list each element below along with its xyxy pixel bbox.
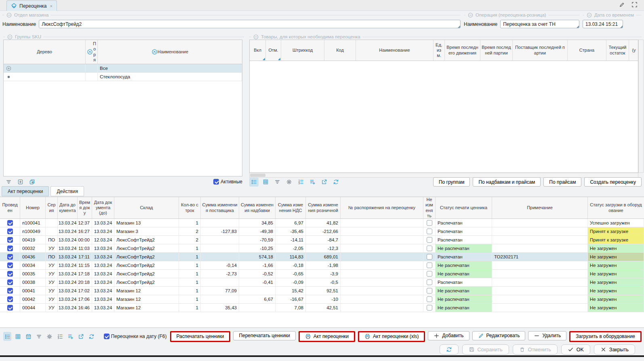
- date-filter-checkbox[interactable]: [104, 334, 109, 339]
- column-header-acts[interactable]: Статус загрузки в оборудование: [588, 197, 644, 218]
- column-header-acts[interactable]: Дата документа: [58, 197, 78, 218]
- acts-table-row[interactable]: 00032УУ13.03.2411:0313.03.24ЛюксСофтТрей…: [0, 244, 644, 253]
- sku-tree-row[interactable]: Все: [4, 64, 242, 73]
- acts-table-row[interactable]: 00041УУ13.03.2417:0213.03.24Магазин 1217…: [0, 287, 644, 295]
- collapse-icon[interactable]: [6, 12, 12, 18]
- acts-button[interactable]: Акт переоценки: [299, 331, 355, 342]
- no-change-checkbox[interactable]: [427, 237, 432, 243]
- cancel-button[interactable]: Отменить: [513, 344, 558, 355]
- revaluation-date-checkbox[interactable]: Переоценки на дату (F6): [104, 334, 167, 339]
- acts-button[interactable]: Редактировать: [472, 331, 526, 340]
- no-change-checkbox[interactable]: [427, 271, 432, 277]
- acts-button[interactable]: Удалить: [528, 331, 566, 340]
- acts-table-row[interactable]: 00034УУ13.03.2411:1513.03.24ЛюксСофтТрей…: [0, 261, 644, 270]
- refresh-button[interactable]: [440, 344, 459, 355]
- column-header-products[interactable]: (у: [629, 40, 639, 61]
- row-done-checkbox[interactable]: [7, 262, 13, 268]
- column-header-sku-tree[interactable]: Дерево: [4, 40, 86, 64]
- datetime-input[interactable]: 13.03.24 15:21: [583, 20, 623, 28]
- column-header-products[interactable]: Страна: [568, 40, 606, 61]
- column-header-products[interactable]: Текущий остаток: [606, 40, 629, 61]
- products-action-button[interactable]: Создать переоценку: [584, 177, 642, 187]
- column-header-acts[interactable]: Склад: [114, 197, 179, 218]
- store-name-input[interactable]: ЛюксСофтТрейд2: [39, 20, 461, 28]
- filter-button[interactable]: [35, 332, 43, 341]
- column-header-products[interactable]: Наименование: [356, 40, 434, 61]
- column-header-acts[interactable]: Сумма изменения розничной: [306, 197, 341, 218]
- collapse-icon[interactable]: [7, 34, 13, 40]
- row-done-checkbox[interactable]: [7, 279, 13, 285]
- acts-table-row[interactable]: 00035УУ13.03.2417:1813.03.24ЛюксСофтТрей…: [0, 270, 644, 278]
- edit-pencil-icon[interactable]: [619, 2, 625, 8]
- row-done-checkbox[interactable]: [7, 288, 13, 294]
- listadd-button[interactable]: [67, 332, 75, 341]
- grid-button[interactable]: [261, 178, 270, 187]
- boxes-plus-button[interactable]: [27, 177, 37, 186]
- box-plus-button[interactable]: [16, 177, 25, 186]
- list-button[interactable]: [3, 332, 11, 341]
- grid-button[interactable]: [14, 332, 22, 341]
- column-header-products[interactable]: Время последнего движения: [445, 40, 480, 61]
- operation-name-input[interactable]: Переоценка за счет ТН: [500, 20, 579, 28]
- no-change-checkbox[interactable]: [427, 262, 432, 268]
- acts-table-row[interactable]: 00436ПО13.03.2417:1113.03.24ЛюксСофтТрей…: [0, 253, 644, 261]
- sku-tree-row[interactable]: Стеклопосуда: [4, 73, 242, 81]
- column-header-acts[interactable]: Статус печати ценника: [436, 197, 492, 218]
- calendar-button[interactable]: [24, 332, 32, 341]
- column-header-products[interactable]: Время последней партии: [480, 40, 513, 61]
- column-header-acts[interactable]: Номер: [20, 197, 46, 218]
- row-done-checkbox[interactable]: [7, 254, 13, 260]
- tab-close-icon[interactable]: ×: [50, 4, 53, 8]
- gear-button[interactable]: [284, 178, 294, 187]
- column-header-acts[interactable]: Серия: [46, 197, 58, 218]
- acts-table-row[interactable]: 00042УУ13.03.2417:0613.03.24Магазин 1216…: [0, 295, 644, 304]
- row-done-checkbox[interactable]: [7, 246, 13, 251]
- gear-button[interactable]: [45, 332, 53, 341]
- active-filter-checkbox[interactable]: Активные: [213, 179, 242, 185]
- export-button[interactable]: [320, 178, 329, 187]
- no-change-checkbox[interactable]: [427, 220, 432, 226]
- filter-button[interactable]: [273, 178, 282, 187]
- acts-table-row[interactable]: п10004913.03.2416:2713.03.24Магазин 32-1…: [0, 227, 644, 236]
- collapse-icon[interactable]: [253, 34, 259, 40]
- fullscreen-icon[interactable]: [631, 2, 638, 8]
- no-change-checkbox[interactable]: [427, 279, 432, 285]
- products-action-button[interactable]: По надбавкам и прайсам: [473, 177, 541, 187]
- acts-button[interactable]: Загрузить в оборудование: [569, 331, 642, 342]
- column-header-acts[interactable]: Дата документа (до): [92, 197, 114, 218]
- column-header-products[interactable]: Отм.: [266, 40, 281, 61]
- column-header-acts[interactable]: Кол-во строк: [179, 197, 201, 218]
- doc-tab-active[interactable]: Акт переоценки: [2, 186, 49, 196]
- acts-table-row[interactable]: 00419ПО13.03.2400:0012.03.24ЛюксСофтТрей…: [0, 236, 644, 244]
- column-header-sku-order[interactable]: Поря: [86, 40, 98, 64]
- column-header-products[interactable]: Вкл: [250, 40, 266, 61]
- column-header-acts[interactable]: № распоряжения на переоценку: [341, 197, 423, 218]
- listadd-button[interactable]: [308, 178, 317, 187]
- no-change-checkbox[interactable]: [427, 229, 432, 234]
- row-done-checkbox[interactable]: [7, 237, 13, 243]
- collapse-icon[interactable]: [586, 12, 592, 18]
- column-header-acts[interactable]: Сумма изменения надбавки: [239, 197, 276, 218]
- numlist-button[interactable]: [296, 178, 305, 187]
- acts-table-row[interactable]: 00038УУ13.03.2420:1813.03.24ЛюксСофтТрей…: [0, 278, 644, 287]
- ok-button[interactable]: OK: [561, 344, 590, 355]
- no-change-checkbox[interactable]: [427, 254, 432, 260]
- acts-button[interactable]: Перепечатать ценники: [233, 331, 295, 340]
- acts-button[interactable]: Распечатать ценники: [170, 331, 231, 342]
- acts-button[interactable]: Добавить: [428, 331, 469, 340]
- collapse-icon[interactable]: [467, 12, 474, 18]
- acts-table-row[interactable]: 00044УУ13.03.2416:4613.03.24Магазин 1213…: [0, 304, 644, 312]
- row-done-checkbox[interactable]: [7, 296, 13, 302]
- filter-button[interactable]: [4, 177, 13, 186]
- row-done-checkbox[interactable]: [7, 271, 13, 277]
- column-header-acts[interactable]: Проведен: [0, 197, 20, 218]
- vertical-scrollbar[interactable]: [638, 40, 644, 173]
- scrollbar-thumb[interactable]: [250, 174, 265, 177]
- no-change-checkbox[interactable]: [427, 305, 432, 311]
- column-header-sku-name[interactable]: Наименование: [98, 40, 242, 64]
- export-button[interactable]: [77, 332, 85, 341]
- row-done-checkbox[interactable]: [7, 305, 13, 311]
- column-header-acts[interactable]: Время доку: [78, 197, 92, 218]
- no-change-checkbox[interactable]: [427, 296, 432, 302]
- doc-tab-inactive[interactable]: Действия: [51, 186, 84, 196]
